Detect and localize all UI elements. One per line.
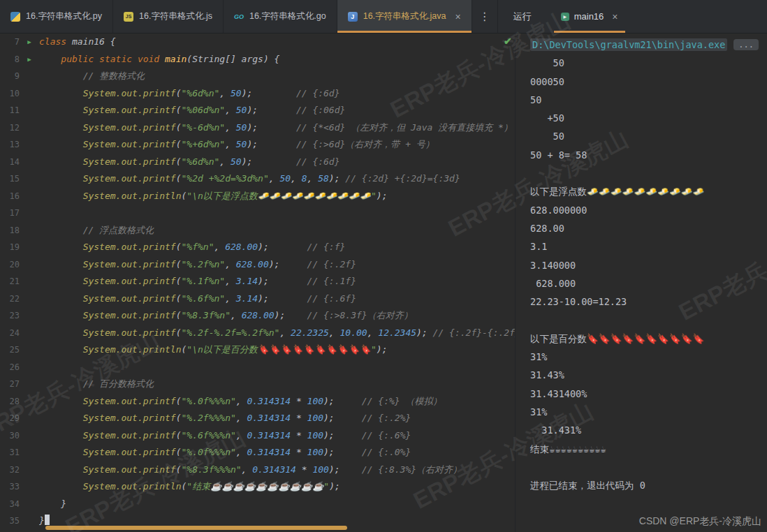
console-line: +50	[530, 109, 767, 127]
code-line-11[interactable]: 11 System.out.printf("%06d%n", 50); // {…	[0, 102, 515, 119]
console-line: 50	[530, 54, 767, 72]
gutter-spacer	[20, 359, 39, 376]
py-file-icon	[10, 12, 20, 22]
line-number: 15	[0, 170, 20, 188]
gutter-spacer	[20, 478, 39, 496]
code-text: System.out.printf("%.0f%%%n", 0.314314 *…	[39, 393, 515, 411]
gutter-spacer	[20, 85, 39, 103]
line-number: 23	[0, 307, 20, 325]
console-line: 进程已结束，退出代码为 0	[530, 476, 767, 494]
console-line: 50	[530, 127, 767, 145]
code-line-23[interactable]: 23 System.out.printf("%8.3f%n", 628.00);…	[0, 307, 515, 325]
gutter-spacer	[20, 307, 39, 325]
console-line: 结束☕☕☕☕☕☕☕☕☕☕	[530, 440, 767, 458]
run-success-icon: ✔	[504, 36, 512, 47]
code-line-32[interactable]: 32 System.out.printf("%8.3f%%%n", 0.3143…	[0, 461, 515, 479]
run-line-icon[interactable]: ▶	[20, 34, 39, 51]
tab-label: 16.字符串格式化.java	[363, 10, 446, 22]
code-line-17[interactable]: 17	[0, 205, 515, 222]
code-line-8[interactable]: 8▶ public static void main(String[] args…	[0, 51, 515, 68]
run-tab-main16[interactable]: ▶ main16 ×	[554, 0, 625, 33]
run-line-icon[interactable]: ▶	[20, 51, 39, 68]
gutter-spacer	[20, 136, 39, 154]
code-line-13[interactable]: 13 System.out.printf("%+6d%n", 50); // {…	[0, 136, 515, 154]
line-number: 27	[0, 376, 20, 393]
code-line-10[interactable]: 10 System.out.printf("%6d%n", 50); // {:…	[0, 85, 515, 103]
code-text: class main16 {	[39, 34, 515, 51]
code-line-19[interactable]: 19 System.out.printf("%f%n", 628.00); //…	[0, 239, 515, 256]
line-number: 17	[0, 205, 20, 222]
gutter-spacer	[20, 273, 39, 290]
code-line-24[interactable]: 24 System.out.printf("%.2f-%.2f=%.2f%n",…	[0, 325, 515, 342]
run-config-icon: ▶	[561, 13, 569, 21]
tab-close-icon[interactable]: ×	[455, 12, 461, 22]
kebab-menu-icon[interactable]: ⋮	[472, 0, 497, 33]
gutter-spacer	[20, 239, 39, 256]
gutter-spacer	[20, 461, 39, 479]
code-line-7[interactable]: 7▶class main16 {	[0, 34, 515, 51]
gutter-spacer	[20, 102, 39, 119]
gutter-spacer	[20, 410, 39, 427]
ide-window: 16.字符串格式化.pyJS16.字符串格式化.jsGO16.字符串格式化.go…	[0, 0, 767, 532]
code-line-30[interactable]: 30 System.out.printf("%.6f%%%n", 0.31431…	[0, 427, 515, 445]
go-file-icon: GO	[234, 12, 244, 22]
code-text: System.out.printf("%+6d%n", 50); // {:>6…	[39, 136, 515, 154]
code-line-14[interactable]: 14 System.out.printf("%6d%n", 50); // {:…	[0, 154, 515, 171]
code-line-9[interactable]: 9 // 整数格式化	[0, 68, 515, 85]
code-line-34[interactable]: 34 }	[0, 496, 515, 513]
code-line-25[interactable]: 25 System.out.println("\n以下是百分数🔖🔖🔖🔖🔖🔖🔖🔖🔖…	[0, 341, 515, 359]
code-line-31[interactable]: 31 System.out.printf("%.0f%%%n", 0.31431…	[0, 444, 515, 461]
code-line-18[interactable]: 18 // 浮点数格式化	[0, 222, 515, 239]
console-expand-button[interactable]: ...	[733, 39, 759, 50]
tab-js[interactable]: JS16.字符串格式化.js	[113, 0, 224, 33]
text-cursor	[45, 515, 50, 525]
code-line-26[interactable]: 26	[0, 359, 515, 376]
code-text: // 浮点数格式化	[39, 222, 515, 239]
console-line: 31.43%	[530, 366, 767, 384]
code-text: System.out.println("结束☕☕☕☕☕☕☕☕☕☕");	[39, 478, 515, 496]
code-line-29[interactable]: 29 System.out.printf("%.2f%%%n", 0.31431…	[0, 410, 515, 427]
code-line-21[interactable]: 21 System.out.printf("%.1f%n", 3.14); //…	[0, 273, 515, 290]
code-line-16[interactable]: 16 System.out.println("\n以下是浮点数🧈🧈🧈🧈🧈🧈🧈🧈🧈…	[0, 188, 515, 205]
console-line: 以下是浮点数🧈🧈🧈🧈🧈🧈🧈🧈🧈🧈	[530, 182, 767, 200]
console-line: 22.23-10.00=12.23	[530, 293, 767, 311]
line-number: 13	[0, 136, 20, 154]
line-number: 26	[0, 359, 20, 376]
code-text: System.out.printf("%.2f-%.2f=%.2f%n", 22…	[39, 325, 515, 342]
code-text: // 整数格式化	[39, 68, 515, 85]
code-text: System.out.printf("%.6f%%%n", 0.314314 *…	[39, 427, 515, 445]
code-editor[interactable]: 7▶class main16 {8▶ public static void ma…	[0, 34, 515, 532]
console-line: 31%	[530, 348, 767, 366]
code-line-27[interactable]: 27 // 百分数格式化	[0, 376, 515, 393]
tab-go[interactable]: GO16.字符串格式化.go	[224, 0, 337, 33]
code-text: System.out.printf("%2d +%2d=%3d%n", 50, …	[39, 170, 515, 188]
horizontal-scrollbar-thumb[interactable]	[45, 526, 347, 530]
console-line: 628.00	[530, 219, 767, 237]
code-text: System.out.println("\n以下是百分数🔖🔖🔖🔖🔖🔖🔖🔖🔖🔖")…	[39, 341, 515, 359]
js-file-icon: JS	[124, 12, 133, 22]
gutter-spacer	[20, 496, 39, 513]
gutter-spacer	[20, 290, 39, 308]
code-line-22[interactable]: 22 System.out.printf("%.6f%n", 3.14); //…	[0, 290, 515, 308]
tab-py[interactable]: 16.字符串格式化.py	[0, 0, 113, 33]
code-line-12[interactable]: 12 System.out.printf("%-6d%n", 50); // {…	[0, 119, 515, 137]
code-line-28[interactable]: 28 System.out.printf("%.0f%%%n", 0.31431…	[0, 393, 515, 411]
run-tab-close-icon[interactable]: ×	[612, 12, 618, 22]
code-line-15[interactable]: 15 System.out.printf("%2d +%2d=%3d%n", 5…	[0, 170, 515, 188]
line-number: 29	[0, 410, 20, 427]
code-line-20[interactable]: 20 System.out.printf("%.2f%n", 628.00); …	[0, 256, 515, 274]
code-area: 7▶class main16 {8▶ public static void ma…	[0, 34, 515, 530]
main-area: 7▶class main16 {8▶ public static void ma…	[0, 34, 767, 532]
line-number: 35	[0, 512, 20, 530]
tab-label: 16.字符串格式化.js	[139, 10, 212, 22]
run-tab-label: main16	[574, 11, 604, 22]
code-text: System.out.printf("%.6f%n", 3.14); // {:…	[39, 290, 515, 308]
tab-java[interactable]: J16.字符串格式化.java×	[337, 0, 472, 33]
line-number: 8	[0, 51, 20, 68]
console-line: 31.431%	[530, 421, 767, 439]
code-line-33[interactable]: 33 System.out.println("结束☕☕☕☕☕☕☕☕☕☕");	[0, 478, 515, 496]
gutter-spacer	[20, 68, 39, 85]
tab-label: 16.字符串格式化.py	[26, 10, 102, 22]
console-line: 31%	[530, 403, 767, 421]
gutter-spacer	[20, 256, 39, 274]
